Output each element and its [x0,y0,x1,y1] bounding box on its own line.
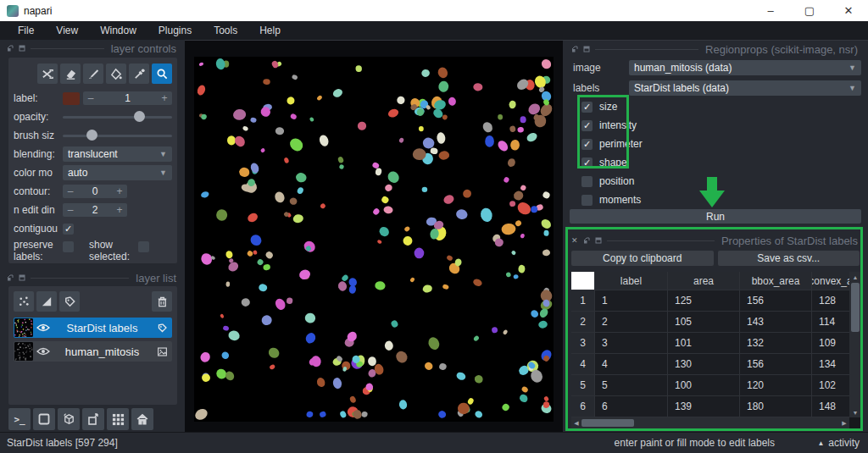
column-header-area[interactable]: area [668,272,740,290]
visibility-eye-icon[interactable] [34,346,53,356]
shape-checkbox[interactable]: ✓ [581,157,593,168]
label-decrement-button[interactable]: – [83,92,98,104]
table-cell[interactable]: 1 [595,290,668,312]
table-row[interactable]: 66139180148 [571,396,849,417]
contour-decrement-button[interactable]: – [63,185,78,197]
visibility-eye-icon[interactable] [34,323,53,333]
run-button[interactable]: Run [570,209,861,224]
dock-hide-icon[interactable] [595,237,602,244]
table-cell[interactable]: 102 [812,375,849,396]
table-row[interactable]: 33101132109 [571,333,849,354]
table-cell[interactable]: 5 [595,375,668,396]
table-cell[interactable]: 156 [740,290,812,312]
console-button[interactable]: >_ [8,408,31,430]
image-select-dropdown[interactable]: human_mitosis (data) ▼ [629,60,861,75]
roll-dimensions-button[interactable] [58,408,80,430]
brush-size-slider[interactable] [63,129,172,142]
home-reset-view-button[interactable] [131,408,153,430]
table-row[interactable]: 55100120102 [571,375,849,396]
close-button[interactable]: ✕ [829,0,868,21]
position-checkbox[interactable] [581,176,593,187]
table-cell[interactable]: 139 [668,396,740,417]
grid-view-button[interactable] [107,408,129,430]
table-cell[interactable]: 109 [812,333,849,354]
table-cell[interactable]: 143 [740,312,812,333]
table-cell[interactable]: 3 [595,333,668,354]
row-header[interactable]: 3 [571,333,595,354]
contour-value[interactable]: 0 [78,185,112,197]
scroll-up-icon[interactable]: ▲ [853,272,859,282]
scrollbar-thumb[interactable] [581,419,634,427]
row-header[interactable]: 2 [571,312,595,333]
column-header-bbox_area[interactable]: bbox_area [740,272,812,290]
table-cell[interactable]: 156 [740,354,812,375]
fill-bucket-button[interactable] [106,64,126,84]
ndisplay-toggle-button[interactable] [33,408,55,430]
scroll-right-icon[interactable]: ▶ [839,420,849,427]
table-corner-cell[interactable] [571,272,595,290]
new-labels-layer-button[interactable] [59,291,80,312]
paintbrush-button[interactable] [83,64,103,84]
table-row[interactable]: 22105143114 [571,312,849,333]
row-header[interactable]: 6 [571,396,595,417]
contiguous-checkbox[interactable]: ✓ [63,224,74,235]
maximize-button[interactable]: ▢ [790,0,829,21]
column-header-convex_a[interactable]: convex_a [812,272,849,290]
dock-float-icon[interactable] [7,274,14,281]
table-cell[interactable]: 132 [740,333,812,354]
vertical-scrollbar[interactable]: ▲ [849,272,861,417]
table-cell[interactable]: 130 [668,354,740,375]
image-canvas[interactable] [194,57,554,422]
minimize-button[interactable]: – [751,0,790,21]
table-cell[interactable]: 120 [740,375,812,396]
table-cell[interactable]: 4 [595,354,668,375]
moments-checkbox[interactable] [581,195,593,206]
color-picker-button[interactable] [129,64,149,84]
label-color-swatch[interactable] [63,92,80,105]
table-cell[interactable]: 105 [668,312,740,333]
eraser-button[interactable] [60,64,81,84]
new-points-layer-button[interactable] [14,291,34,312]
layer-item-human-mitosis[interactable]: human_mitosis [14,341,172,362]
color-mode-dropdown[interactable]: auto ▼ [63,165,172,180]
menu-file[interactable]: File [7,22,45,39]
dock-hide-icon[interactable] [583,46,590,52]
menu-help[interactable]: Help [248,22,292,39]
contour-increment-button[interactable]: + [112,185,127,197]
perimeter-checkbox[interactable]: ✓ [581,139,593,150]
transpose-dimensions-button[interactable] [82,408,104,430]
dock-float-icon[interactable] [571,46,578,52]
menu-view[interactable]: View [45,22,89,39]
size-checkbox[interactable]: ✓ [581,102,593,113]
new-shapes-layer-button[interactable] [36,291,57,312]
row-header[interactable]: 5 [571,375,595,396]
delete-layer-button[interactable] [152,291,172,312]
table-cell[interactable]: 125 [668,290,740,312]
scrollbar-thumb[interactable] [851,283,860,332]
show-selected-checkbox[interactable] [138,241,149,252]
table-cell[interactable]: 134 [812,354,849,375]
table-cell[interactable]: 148 [812,396,849,417]
table-cell[interactable]: 101 [668,333,740,354]
shuffle-colors-button[interactable] [37,64,58,84]
n-edit-dim-spinbox[interactable]: – 2 + [63,203,127,217]
menu-window[interactable]: Window [89,22,147,39]
labels-select-dropdown[interactable]: StarDist labels (data) ▼ [629,80,861,96]
row-header[interactable]: 4 [571,354,595,375]
label-spinbox[interactable]: – 1 + [83,91,172,105]
activity-toggle[interactable]: ▲ activity [817,437,860,449]
n-edit-dim-value[interactable]: 2 [78,204,112,216]
blending-dropdown[interactable]: translucent ▼ [63,146,172,162]
viewer-canvas-area[interactable] [185,40,563,432]
label-increment-button[interactable]: + [157,92,172,104]
n-edit-dim-increment-button[interactable]: + [112,204,127,216]
row-header[interactable]: 1 [571,290,595,312]
table-row[interactable]: 44130156134 [571,354,849,375]
intensity-checkbox[interactable]: ✓ [581,120,593,131]
menu-tools[interactable]: Tools [203,22,248,39]
copy-to-clipboard-button[interactable]: Copy to clipboard [571,251,714,266]
close-panel-icon[interactable]: ✕ [571,236,578,245]
column-header-label[interactable]: label [595,272,668,290]
table-cell[interactable]: 114 [812,312,849,333]
save-as-csv-button[interactable]: Save as csv... [718,251,860,266]
